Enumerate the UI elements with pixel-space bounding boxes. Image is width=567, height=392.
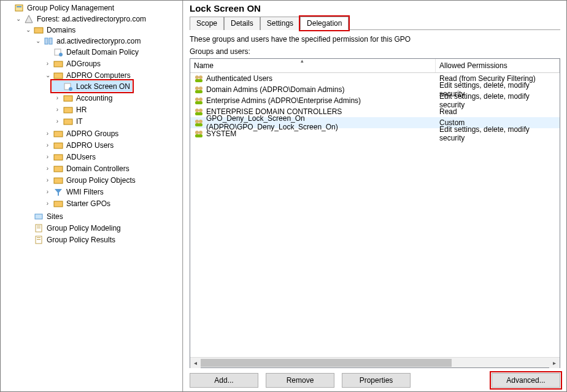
delegation-description: These groups and users have the specifie… bbox=[190, 35, 560, 44]
tree-wmi-filters[interactable]: › WMI Filters bbox=[42, 186, 106, 197]
tree-ou-accounting[interactable]: › Accounting bbox=[52, 93, 114, 103]
chevron-right-icon[interactable]: › bbox=[44, 142, 51, 148]
svg-rect-8 bbox=[54, 61, 63, 67]
svg-rect-27 bbox=[37, 237, 40, 238]
ou-icon bbox=[53, 152, 63, 162]
tree-ou-adusers[interactable]: › ADUsers bbox=[42, 152, 98, 162]
tree-ou-adpro-computers[interactable]: ⌄ ADPRO Computers bbox=[42, 70, 133, 80]
svg-rect-1 bbox=[17, 6, 21, 7]
ou-icon bbox=[53, 164, 63, 174]
tree-label: Accounting bbox=[75, 94, 112, 102]
chevron-right-icon[interactable]: › bbox=[44, 177, 51, 183]
svg-marker-2 bbox=[25, 15, 33, 23]
tree-ou-adpro-users[interactable]: › ADPRO Users bbox=[42, 140, 115, 150]
scroll-right-icon[interactable]: ▸ bbox=[549, 358, 560, 368]
group-icon bbox=[194, 74, 204, 83]
svg-rect-19 bbox=[54, 178, 63, 183]
tree-starter-gpos[interactable]: › Starter GPOs bbox=[42, 198, 112, 209]
folder-icon bbox=[34, 25, 44, 35]
chevron-down-icon[interactable]: ⌄ bbox=[44, 72, 51, 79]
horizontal-scrollbar[interactable]: ◂ ▸ bbox=[190, 357, 560, 367]
tree-label: Domain Controllers bbox=[65, 164, 129, 173]
chevron-down-icon[interactable]: ⌄ bbox=[15, 15, 21, 22]
chevron-right-icon[interactable]: › bbox=[44, 200, 51, 207]
column-header-permissions[interactable]: Allowed Permissions bbox=[436, 59, 560, 72]
listview-header: Name ▴ Allowed Permissions bbox=[190, 59, 560, 73]
tree-domain[interactable]: ⌄ ad.activedirectorypro.com bbox=[33, 36, 142, 46]
ou-icon bbox=[53, 59, 63, 69]
tree-gpo-lock-screen-on[interactable]: Lock Screen ON bbox=[52, 81, 132, 91]
svg-rect-31 bbox=[195, 79, 202, 82]
principal-name: SYSTEM bbox=[206, 129, 236, 138]
ou-icon bbox=[53, 129, 63, 139]
tree-label: ad.activedirectorypro.com bbox=[55, 37, 141, 45]
remove-button[interactable]: Remove bbox=[266, 373, 334, 388]
chevron-right-icon[interactable]: › bbox=[44, 165, 51, 172]
delegation-listview[interactable]: Name ▴ Allowed Permissions Authenticated… bbox=[190, 58, 560, 368]
tree-label: Default Domain Policy bbox=[65, 48, 139, 56]
chevron-right-icon[interactable]: › bbox=[54, 106, 61, 113]
add-button[interactable]: Add... bbox=[190, 373, 258, 388]
svg-rect-16 bbox=[54, 143, 63, 148]
tree-forest[interactable]: ⌄ Forest: ad.activedirectorypro.com bbox=[13, 13, 148, 24]
properties-button[interactable]: Properties bbox=[342, 373, 411, 388]
tree-gp-results[interactable]: Group Policy Results bbox=[23, 234, 117, 245]
tree-gp-modeling[interactable]: Group Policy Modeling bbox=[23, 223, 123, 233]
listview-body[interactable]: Authenticated UsersRead (from Security F… bbox=[190, 73, 560, 357]
tree-ou-adpro-groups[interactable]: › ADPRO Groups bbox=[42, 128, 120, 139]
report-icon bbox=[34, 223, 44, 233]
svg-rect-24 bbox=[37, 226, 40, 226]
tree-domains[interactable]: ⌄ Domains bbox=[23, 25, 77, 35]
folder-icon bbox=[53, 199, 63, 209]
list-item[interactable]: Enterprise Admins (ADPRO\Enterprise Admi… bbox=[190, 95, 560, 106]
chevron-right-icon[interactable]: › bbox=[54, 94, 61, 101]
ou-icon bbox=[63, 117, 73, 126]
svg-rect-22 bbox=[35, 214, 42, 219]
gpo-link-icon bbox=[53, 47, 63, 57]
group-icon bbox=[194, 129, 204, 139]
navigation-tree[interactable]: Group Policy Management ⌄ Forest: ad.act… bbox=[1, 1, 183, 391]
chevron-right-icon[interactable]: › bbox=[44, 153, 51, 160]
group-icon bbox=[194, 96, 204, 106]
chevron-right-icon[interactable]: › bbox=[44, 60, 51, 67]
ou-icon bbox=[63, 93, 73, 103]
details-panel: Lock Screen ON Scope Details Settings De… bbox=[183, 1, 566, 391]
page-title: Lock Screen ON bbox=[190, 3, 560, 13]
chevron-right-icon[interactable]: › bbox=[44, 130, 51, 137]
chevron-down-icon[interactable]: ⌄ bbox=[34, 37, 41, 44]
list-item[interactable]: SYSTEMEdit settings, delete, modify secu… bbox=[190, 128, 560, 139]
chevron-down-icon[interactable]: ⌄ bbox=[25, 26, 31, 33]
tree-gpo-objects[interactable]: › Group Policy Objects bbox=[42, 175, 137, 185]
svg-point-33 bbox=[199, 86, 202, 90]
advanced-button[interactable]: Advanced... bbox=[492, 373, 560, 388]
tree-label: IT bbox=[75, 117, 83, 126]
tree-label: Group Policy Management bbox=[26, 4, 114, 12]
column-label: Name bbox=[194, 61, 214, 70]
scroll-left-icon[interactable]: ◂ bbox=[190, 358, 201, 368]
tree-ou-hr[interactable]: › HR bbox=[52, 104, 88, 115]
tree-ou-domain-controllers[interactable]: › Domain Controllers bbox=[42, 163, 131, 174]
tab-scope[interactable]: Scope bbox=[190, 17, 224, 30]
tree-root-gpm[interactable]: Group Policy Management bbox=[3, 2, 116, 13]
svg-rect-14 bbox=[64, 119, 72, 125]
column-header-name[interactable]: Name ▴ bbox=[190, 59, 436, 72]
scroll-track[interactable] bbox=[201, 358, 549, 367]
svg-rect-0 bbox=[15, 5, 23, 11]
scroll-thumb[interactable] bbox=[201, 359, 452, 367]
tree-default-domain-policy[interactable]: Default Domain Policy bbox=[42, 47, 141, 57]
svg-rect-21 bbox=[54, 201, 63, 207]
tree-label: ADGroups bbox=[65, 60, 101, 68]
tree-ou-adgroups[interactable]: › ADGroups bbox=[42, 58, 102, 69]
svg-point-39 bbox=[199, 109, 202, 112]
svg-point-30 bbox=[199, 75, 202, 79]
chevron-right-icon[interactable]: › bbox=[54, 118, 61, 125]
tree-label: Group Policy Modeling bbox=[45, 224, 121, 233]
report-icon bbox=[34, 235, 44, 245]
tab-delegation[interactable]: Delegation bbox=[300, 17, 349, 30]
chevron-right-icon[interactable]: › bbox=[44, 188, 51, 195]
tab-details[interactable]: Details bbox=[224, 17, 260, 30]
tree-ou-it[interactable]: › IT bbox=[52, 116, 85, 126]
tab-settings[interactable]: Settings bbox=[260, 17, 300, 30]
tree-sites[interactable]: Sites bbox=[23, 211, 65, 221]
tree-label: ADPRO Groups bbox=[65, 129, 118, 138]
